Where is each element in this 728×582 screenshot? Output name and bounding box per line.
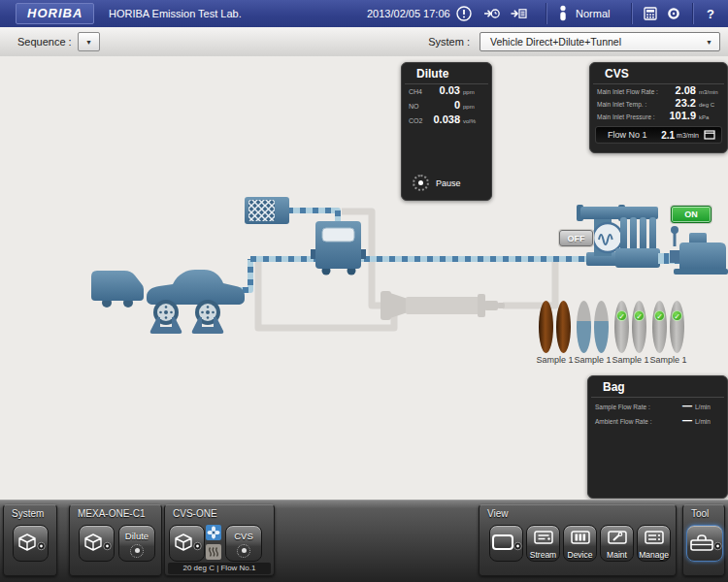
- sequence-dropdown[interactable]: ▼: [78, 32, 100, 51]
- analyzer-unit-icon: [311, 221, 366, 275]
- sample-bag-pair-2: Sample 1: [577, 301, 609, 369]
- gas-unit: vol%: [460, 118, 484, 124]
- manage-list-icon: [644, 530, 665, 547]
- chassis-dyno-left-icon: [150, 300, 182, 334]
- dilute-readout-panel: Dilute CH40.03ppm NO0ppm CO20.038vol% Pa…: [401, 62, 492, 201]
- system-device-button[interactable]: [13, 525, 49, 562]
- chevron-down-icon: ▼: [706, 39, 712, 46]
- bag-row-label: Sample Flow Rate :: [595, 404, 650, 410]
- cvs-status-strip: 20 deg C | Flow No.1: [168, 563, 271, 574]
- sample-bag: [539, 301, 553, 353]
- sequence-run-button[interactable]: [482, 5, 500, 22]
- sample-bag: ✓: [652, 301, 667, 353]
- dilution-tunnel-icon: [381, 291, 505, 320]
- system-dropdown-value: Vehicle Direct+Dilute+Tunnel: [490, 36, 621, 48]
- popup-window-icon: [704, 130, 715, 140]
- arrow-clock-icon: [482, 5, 500, 22]
- exhaust-filter-icon: [245, 197, 289, 224]
- app-title: HORIBA Emission Test Lab.: [109, 8, 242, 19]
- view-monitor-button[interactable]: [489, 525, 523, 562]
- settings-button[interactable]: [665, 5, 682, 22]
- schedule-button[interactable]: [510, 5, 527, 22]
- group-label: MEXA-ONE-C1: [78, 508, 145, 519]
- status-label: Normal: [576, 8, 610, 19]
- cvs-mode-button[interactable]: CVS: [225, 525, 262, 562]
- flow-no1-selector[interactable]: Flow No 1 2.1 m3/min: [595, 126, 722, 144]
- cvs-device-button[interactable]: [169, 525, 205, 562]
- help-button[interactable]: ?: [702, 5, 719, 22]
- view-manage-button[interactable]: Manage: [637, 525, 671, 562]
- cvs-venturi-icon: [615, 207, 660, 268]
- cube-icon: [81, 532, 113, 555]
- sample-bag: [577, 301, 591, 353]
- flow-unit: m3/min: [677, 132, 699, 139]
- cvs-row-value: 2.08: [676, 84, 696, 96]
- pause-knob-icon: [413, 175, 429, 191]
- group-label: View: [487, 508, 509, 519]
- tool-button[interactable]: [686, 525, 723, 562]
- sample-bag: ✓: [670, 301, 684, 353]
- heater-toggle[interactable]: [206, 544, 221, 560]
- knob-icon: [130, 544, 144, 558]
- cvs-row-label: Main Inlet Temp. :: [597, 101, 646, 108]
- alert-button[interactable]: [455, 5, 473, 22]
- exclamation-icon: [455, 5, 473, 22]
- bag-readout-panel: Bag Sample Flow Rate :—L/min Ambient Flo…: [587, 375, 728, 499]
- blower-fan-toggle[interactable]: [206, 525, 221, 540]
- horiba-logo: HORIBA: [16, 3, 94, 24]
- toolbox-icon: [688, 531, 722, 556]
- vehicle-icon: [147, 270, 245, 305]
- cvs-row-value: 101.9: [669, 110, 696, 121]
- view-stream-button[interactable]: Stream: [526, 525, 560, 562]
- check-icon: ✓: [654, 310, 665, 321]
- cvs-row-unit: deg C: [696, 102, 720, 108]
- sequence-label: Sequence :: [17, 36, 72, 48]
- header-divider: [632, 3, 633, 24]
- group-label: CVS-ONE: [173, 508, 217, 519]
- hx-off-button[interactable]: OFF: [559, 230, 593, 246]
- calculator-button[interactable]: [642, 5, 659, 22]
- datetime-display: 2013/02/05 17:06: [367, 8, 450, 19]
- fan-icon: [206, 525, 221, 540]
- cvs-button-label: CVS: [234, 531, 253, 541]
- bag-row-unit: L/min: [692, 404, 720, 410]
- sample-bag-pair-4: ✓ ✓ Sample 1: [652, 301, 684, 369]
- gas-value: 0.03: [440, 84, 460, 96]
- view-device-button[interactable]: Device: [563, 525, 597, 562]
- view-button-label: Device: [564, 550, 596, 560]
- view-maint-button[interactable]: Maint: [600, 525, 634, 562]
- group-mexa-one-c1: MEXA-ONE-C1 Dilute: [69, 504, 162, 576]
- device-icon: [570, 530, 591, 547]
- pause-button[interactable]: Pause: [413, 175, 461, 191]
- stream-icon: [533, 530, 554, 547]
- blower-on-button[interactable]: ON: [671, 206, 711, 223]
- panel-title: Dilute: [405, 63, 488, 84]
- gear-dot-icon: [665, 5, 682, 22]
- gas-label: CH4: [409, 88, 422, 95]
- monitor-icon: [490, 532, 522, 555]
- dilute-mode-button[interactable]: Dilute: [118, 525, 155, 562]
- gas-label: CO2: [409, 117, 422, 124]
- check-icon: ✓: [616, 310, 627, 321]
- cube-icon: [171, 532, 203, 555]
- horiba-emission-test-app: HORIBA HORIBA Emission Test Lab. 2013/02…: [0, 0, 728, 582]
- mexa-device-button[interactable]: [79, 525, 115, 562]
- flow-label: Flow No 1: [608, 130, 647, 140]
- selection-bar: Sequence : ▼ System : Vehicle Direct+Dil…: [0, 27, 728, 57]
- bag-label: Sample 1: [574, 355, 611, 365]
- calculator-icon: [642, 5, 659, 22]
- title-bar: HORIBA HORIBA Emission Test Lab. 2013/02…: [0, 0, 728, 27]
- chevron-down-icon: ▼: [85, 39, 92, 46]
- cooling-fan-unit-icon: [91, 271, 144, 307]
- system-dropdown[interactable]: Vehicle Direct+Dilute+Tunnel ▼: [480, 32, 720, 51]
- header-divider: [693, 3, 694, 24]
- maintenance-wrench-icon: [607, 530, 628, 547]
- system-status: Normal: [558, 5, 610, 21]
- group-view: View Stream Device: [479, 504, 677, 576]
- sample-bag-pair-3: ✓ ✓ Sample 1: [614, 301, 646, 369]
- group-cvs-one: CVS-ONE: [164, 504, 275, 576]
- view-button-label: Maint: [601, 550, 633, 560]
- bag-row-label: Ambient Flow Rate :: [595, 418, 652, 425]
- bag-row-value: —: [682, 401, 692, 411]
- flow-diagram-area: OFF ON Sample 1 Sample 1 ✓ ✓ Sample 1 ✓ …: [0, 56, 728, 500]
